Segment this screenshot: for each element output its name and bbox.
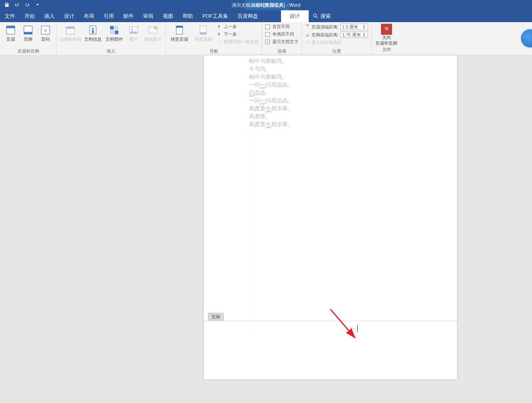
next-button[interactable]: 下一条 <box>217 31 258 37</box>
redo-icon[interactable] <box>25 2 30 9</box>
close-icon <box>383 25 390 33</box>
empty-paragraph-mark: 。 <box>249 302 449 310</box>
footer-editing-area[interactable]: ⊢₁ <box>204 321 457 379</box>
search-label: 搜索 <box>321 13 331 20</box>
svg-rect-25 <box>306 25 309 26</box>
datetime-button[interactable]: 日期和时间 <box>59 24 82 42</box>
window-title: 演示文稿.docx [兼容模式] - Word <box>232 2 300 9</box>
header-distance-field[interactable]: 页眉顶端距离: 1.5 厘米▲▼ <box>305 24 368 30</box>
close-header-footer-button[interactable] <box>381 24 392 35</box>
svg-point-20 <box>154 26 157 30</box>
tab-pdf[interactable]: PDF工具集 <box>198 10 233 22</box>
footer-button[interactable]: 页脚 <box>20 24 36 42</box>
document-workspace: 蜗牛与黄鹂鸟。牛与鸟。蜗牛与黄鹂鸟。一闪一闪亮晶晶。闪晶晶。一闪一闪亮晶晶。风萧… <box>0 55 532 403</box>
calendar-icon <box>65 25 76 36</box>
group-label-nav: 导航 <box>209 47 218 54</box>
docinfo-icon <box>87 25 98 36</box>
tab-help[interactable]: 帮助 <box>178 10 198 22</box>
empty-paragraph-mark: 。 <box>249 271 449 278</box>
empty-paragraph-mark: 。 <box>249 255 449 263</box>
footer-label-tab: 页脚 <box>208 313 224 321</box>
empty-paragraph-mark: 。 <box>249 310 449 318</box>
header-icon <box>5 25 16 36</box>
odd-even-different-checkbox[interactable]: 奇偶页不同 <box>265 31 298 37</box>
docinfo-button[interactable]: 文档信息 <box>83 24 103 42</box>
group-label-position: 位置 <box>332 47 341 54</box>
svg-rect-5 <box>24 32 32 34</box>
save-icon[interactable] <box>4 2 9 9</box>
group-insert: 日期和时间 文档信息 文档部件 图片 联机图片 插入 <box>57 22 166 55</box>
goto-footer-button[interactable]: 转至页脚 <box>193 24 213 42</box>
pictures-button[interactable]: 图片 <box>125 24 142 42</box>
svg-point-11 <box>92 28 94 30</box>
empty-paragraph-mark: 。 <box>249 168 449 176</box>
tab-design[interactable]: 设计 <box>59 10 79 22</box>
tab-insert[interactable]: 插入 <box>40 10 59 22</box>
svg-rect-26 <box>306 36 309 36</box>
empty-paragraph-mark: 。 <box>249 223 449 231</box>
body-paragraph: 蜗牛与黄鹂鸟。 <box>249 57 449 65</box>
picture-icon <box>128 25 139 36</box>
empty-paragraph-mark: 。 <box>249 160 449 168</box>
tab-headerfooter-design[interactable]: 设计 <box>281 10 309 22</box>
footer-icon <box>23 25 34 36</box>
tab-mailings[interactable]: 邮件 <box>119 10 138 22</box>
building-blocks-icon <box>109 25 120 36</box>
first-page-different-checkbox[interactable]: 首页不同 <box>265 24 298 30</box>
svg-rect-13 <box>110 26 114 30</box>
page-number-button[interactable]: # 页码 <box>37 24 54 42</box>
svg-text:#: # <box>44 28 47 33</box>
empty-paragraph-mark: 。 <box>249 231 449 239</box>
svg-rect-22 <box>176 26 183 28</box>
empty-paragraph-mark: 。 <box>249 207 449 215</box>
group-position: 页眉顶端距离: 1.5 厘米▲▼ 页脚底端距离: 1.75 厘米▲▼ 插入对齐制… <box>302 22 372 55</box>
undo-icon[interactable] <box>14 2 20 9</box>
document-page[interactable]: 蜗牛与黄鹂鸟。牛与鸟。蜗牛与黄鹂鸟。一闪一闪亮晶晶。闪晶晶。一闪一闪亮晶晶。风萧… <box>204 55 457 379</box>
footer-distance-field[interactable]: 页脚底端距离: 1.75 厘米▲▼ <box>305 32 368 38</box>
empty-paragraph-mark: 。 <box>249 294 449 302</box>
previous-button[interactable]: 上一条 <box>217 24 258 30</box>
header-button[interactable]: 页眉 <box>2 24 19 42</box>
group-options: 首页不同 奇偶页不同 显示文档文字 选项 <box>262 22 302 55</box>
group-label-options: 选项 <box>277 47 286 54</box>
svg-rect-16 <box>115 30 118 34</box>
tab-layout[interactable]: 布局 <box>79 10 99 22</box>
tab-file[interactable]: 文件 <box>0 10 20 22</box>
goto-footer-icon <box>198 25 209 36</box>
body-paragraph: 闪晶晶。 <box>249 89 449 96</box>
document-body: 蜗牛与黄鹂鸟。牛与鸟。蜗牛与黄鹂鸟。一闪一闪亮晶晶。闪晶晶。一闪一闪亮晶晶。风萧… <box>204 55 457 334</box>
group-close: 关闭 页眉和页脚 关闭 <box>372 22 401 55</box>
goto-header-icon <box>174 25 185 36</box>
group-header-footer: 页眉 页脚 # 页码 页眉和页脚 <box>0 22 57 55</box>
qat-more-icon[interactable] <box>35 2 40 9</box>
tab-baidu[interactable]: 百度网盘 <box>233 10 263 22</box>
online-pictures-button[interactable]: 联机图片 <box>143 24 163 42</box>
empty-paragraph-mark: 。 <box>249 191 449 199</box>
tab-home[interactable]: 开始 <box>20 10 40 22</box>
svg-rect-9 <box>66 27 75 29</box>
page-number-icon: # <box>40 25 51 36</box>
goto-header-button[interactable]: 转至页眉 <box>169 24 190 42</box>
link-to-previous-button[interactable]: 链接到前一条页眉 <box>217 39 258 45</box>
svg-rect-12 <box>92 30 94 33</box>
show-document-text-checkbox[interactable]: 显示文档文字 <box>265 39 298 45</box>
empty-paragraph-mark: 。 <box>249 144 449 152</box>
body-paragraph: 风萧萧兮易水寒。 <box>249 104 449 112</box>
tab-view[interactable]: 视图 <box>158 10 178 22</box>
quick-access-toolbar <box>0 2 40 9</box>
group-label-hf: 页眉和页脚 <box>17 47 39 54</box>
empty-paragraph-mark: 。 <box>249 247 449 255</box>
ribbon: 页眉 页脚 # 页码 页眉和页脚 日期和时间 文档信息 <box>0 22 532 55</box>
tell-me-search[interactable]: 搜索 <box>309 10 335 22</box>
svg-point-0 <box>313 14 316 17</box>
group-label-close: 关闭 <box>382 46 391 53</box>
svg-rect-14 <box>115 26 118 30</box>
body-paragraph: 一闪一闪亮晶晶。 <box>249 81 449 89</box>
empty-paragraph-mark: 。 <box>249 215 449 223</box>
insert-alignment-tab-button[interactable]: 插入对齐制表位 <box>305 40 368 45</box>
svg-rect-3 <box>7 26 15 28</box>
tab-references[interactable]: 引用 <box>99 10 119 22</box>
docparts-button[interactable]: 文档部件 <box>104 24 125 42</box>
tab-review[interactable]: 审阅 <box>138 10 158 22</box>
body-paragraph: 牛与鸟。 <box>249 65 449 73</box>
